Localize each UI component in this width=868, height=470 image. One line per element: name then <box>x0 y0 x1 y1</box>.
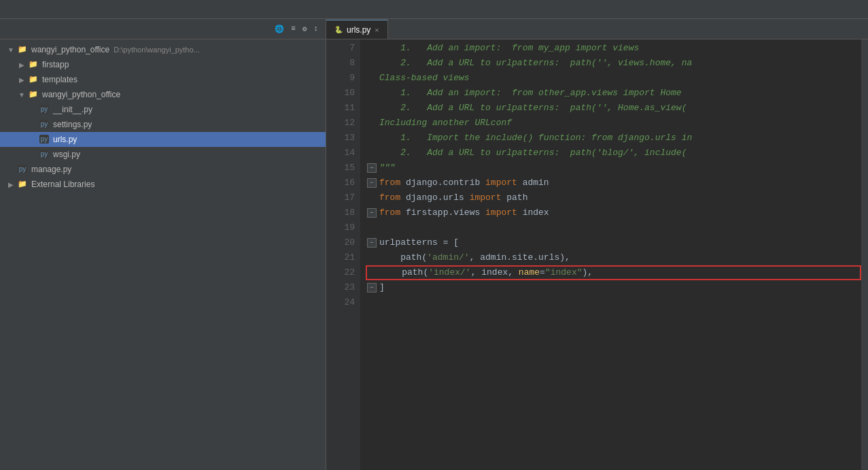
tree-arrow-wangyi_pkg <box>16 91 27 99</box>
line-num-9: 9 <box>332 71 355 86</box>
fold-marker-20[interactable]: − <box>367 238 377 248</box>
token: import <box>485 175 517 190</box>
line-num-8: 8 <box>332 56 355 71</box>
code-line-13: 1. Import the include() function: from d… <box>366 131 861 146</box>
tree-item-firstapp[interactable]: 📁firstapp <box>0 57 326 72</box>
file-icon-urls: py <box>38 135 50 144</box>
tree-label-manage: manage.py <box>31 165 71 174</box>
file-icon-templates: 📁 <box>27 75 39 84</box>
tab-urls[interactable]: 🐍urls.py× <box>326 20 388 39</box>
line-num-22: 22 <box>332 265 355 280</box>
token: from <box>379 175 400 190</box>
line-num-13: 13 <box>332 131 355 146</box>
sidebar-icon-gear[interactable]: ⚙ <box>300 24 309 34</box>
token: django.urls <box>400 190 469 205</box>
token: path( <box>381 265 428 280</box>
gutter-16: − <box>366 178 379 188</box>
line-num-7: 7 <box>332 41 355 56</box>
gutter-20: − <box>366 238 379 248</box>
code-line-15: −""" <box>366 161 861 175</box>
line-num-24: 24 <box>332 295 355 310</box>
code-line-10: 1. Add an import: from other_app.views i… <box>366 86 861 101</box>
token: path( <box>379 250 427 265</box>
line-num-14: 14 <box>332 146 355 161</box>
tree-label-wsgi: wsgi.py <box>53 150 80 159</box>
token: "index" <box>545 265 583 280</box>
sidebar: 🌐 ≡ ⚙ ↕ 📁wangyi_python_officeD:\python\w… <box>0 19 326 470</box>
tree-item-templates[interactable]: 📁templates <box>0 72 326 87</box>
editor-area: 🐍urls.py× 789101112131415161718192021222… <box>326 19 868 470</box>
token: 'admin/' <box>427 250 469 265</box>
tree-item-extlibs[interactable]: 📁External Libraries <box>0 177 326 192</box>
file-icon-wangyi_pkg: 📁 <box>27 90 39 99</box>
line-num-23: 23 <box>332 280 355 295</box>
tree-item-init[interactable]: py__init__.py <box>0 102 326 117</box>
code-line-9: Class-based views <box>366 71 861 86</box>
tree-item-urls[interactable]: pyurls.py <box>0 132 326 147</box>
token: , index, <box>471 265 519 280</box>
token: = [ <box>438 235 459 250</box>
tab-close-urls[interactable]: × <box>375 26 379 34</box>
token: Class-based views <box>379 71 470 86</box>
line-num-18: 18 <box>332 205 355 220</box>
line-num-10: 10 <box>332 86 355 101</box>
token: ), <box>583 265 593 280</box>
tree-item-manage[interactable]: pymanage.py <box>0 162 326 177</box>
fold-marker-16[interactable]: − <box>367 178 377 188</box>
code-line-22: path('index/', index, name="index"), <box>366 265 861 280</box>
sidebar-icon-menu[interactable]: ≡ <box>289 24 298 34</box>
file-icon-init: py <box>38 105 50 114</box>
title-bar <box>0 0 868 19</box>
tree-item-settings[interactable]: pysettings.py <box>0 117 326 132</box>
gutter-15: − <box>366 163 379 173</box>
tree-label-init: __init__.py <box>53 105 92 114</box>
tree-arrow-extlibs <box>5 181 16 188</box>
code-line-24 <box>366 295 861 310</box>
code-line-21: path('admin/', admin.site.urls), <box>366 250 861 265</box>
tree-label-templates: templates <box>42 75 77 84</box>
tree-arrow-root <box>5 46 16 54</box>
token: 2. Add a URL to urlpatterns: path('', vi… <box>379 56 692 71</box>
token: import <box>485 205 517 220</box>
tree-item-wsgi[interactable]: pywsgi.py <box>0 147 326 162</box>
tree-item-wangyi_pkg[interactable]: 📁wangyi_python_office <box>0 87 326 102</box>
token: 1. Add an import: from other_app.views i… <box>379 86 682 101</box>
token: = <box>540 265 545 280</box>
sidebar-icon-layout[interactable]: ↕ <box>311 24 320 34</box>
token: 1. Import the include() function: from d… <box>379 131 692 146</box>
code-content[interactable]: 1. Add an import: from my_app import vie… <box>360 39 861 470</box>
token: firstapp.views <box>400 205 485 220</box>
line-num-17: 17 <box>332 190 355 205</box>
line-num-16: 16 <box>332 175 355 190</box>
code-line-20: −urlpatterns = [ <box>366 235 861 250</box>
fold-marker-23[interactable]: − <box>367 283 377 292</box>
code-line-12: Including another URLconf <box>366 116 861 131</box>
code-line-17: from django.urls import path <box>366 190 861 205</box>
sidebar-icon-globe[interactable]: 🌐 <box>273 24 286 34</box>
fold-marker-15[interactable]: − <box>367 163 377 173</box>
tree-label-root: wangyi_python_office <box>31 45 109 54</box>
line-numbers: 789101112131415161718192021222324 <box>326 39 360 470</box>
tree-arrow-templates <box>16 76 27 84</box>
token: name <box>519 265 540 280</box>
file-icon-extlibs: 📁 <box>16 180 29 189</box>
tree-item-root[interactable]: 📁wangyi_python_officeD:\python\wangyi_py… <box>0 42 326 57</box>
file-icon-wsgi: py <box>38 150 50 159</box>
code-line-18: −from firstapp.views import index <box>366 205 861 220</box>
scrollbar[interactable] <box>861 39 868 470</box>
line-num-11: 11 <box>332 101 355 116</box>
tab-label-urls: urls.py <box>347 25 370 35</box>
fold-marker-18[interactable]: − <box>367 208 377 218</box>
code-container: 789101112131415161718192021222324 1. Add… <box>326 39 868 470</box>
token: 2. Add a URL to urlpatterns: path('', Ho… <box>379 101 687 116</box>
token: ] <box>379 280 385 295</box>
token: 1. Add an import: from my_app import vie… <box>379 41 639 56</box>
line-num-15: 15 <box>332 161 355 175</box>
code-line-19 <box>366 220 861 235</box>
line-num-12: 12 <box>332 116 355 131</box>
line-num-19: 19 <box>332 220 355 235</box>
file-icon-root: 📁 <box>16 45 29 54</box>
tree-label-urls: urls.py <box>53 135 77 144</box>
token: index <box>517 205 549 220</box>
token: admin <box>517 175 549 190</box>
